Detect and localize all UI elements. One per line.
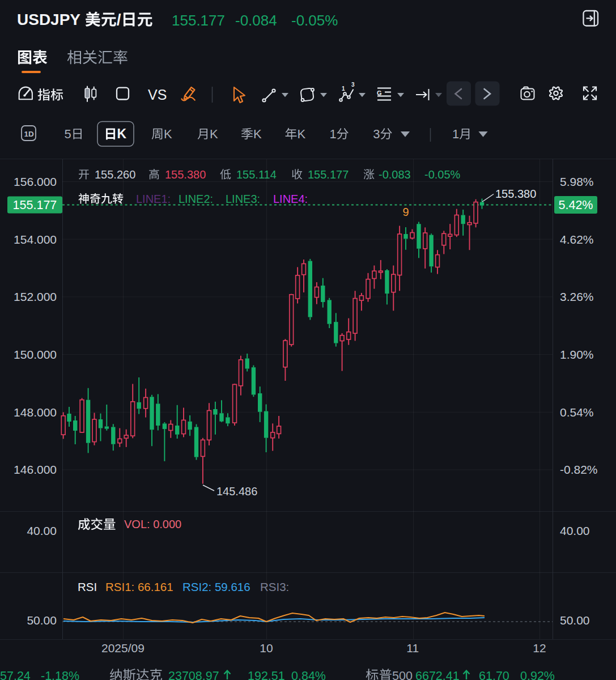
svg-text:154.000: 154.000 [14,233,57,246]
svg-text:155.380: 155.380 [165,168,206,181]
svg-text:RSI3:: RSI3: [260,580,289,593]
svg-text:-0.083: -0.083 [379,168,411,181]
svg-text:10: 10 [260,641,273,654]
svg-text:K: K [117,126,127,141]
svg-text:40.00: 40.00 [560,524,590,537]
svg-text:5: 5 [64,127,71,141]
svg-text:156.000: 156.000 [14,175,57,188]
svg-text:-0.05%: -0.05% [424,168,461,181]
svg-text:5.42%: 5.42% [559,198,593,212]
svg-text:0.84%: 0.84% [291,669,326,680]
svg-text:1: 1 [342,86,345,92]
svg-text:K: K [164,127,172,141]
svg-text:50.00: 50.00 [560,614,590,627]
svg-text:-0.82%: -0.82% [560,463,598,476]
svg-text:155.177: 155.177 [13,198,57,212]
svg-text:VS: VS [148,87,167,103]
svg-text:LINE3:: LINE3: [226,193,260,205]
svg-text:2025/09: 2025/09 [101,641,145,654]
svg-text:K: K [298,127,306,141]
svg-text:155.177: 155.177 [308,168,349,181]
svg-text:61.70: 61.70 [479,669,509,680]
svg-text:RSI2: 59.616: RSI2: 59.616 [182,580,250,593]
svg-text:USDJPY: USDJPY [17,11,80,28]
svg-text:/: / [117,11,121,28]
svg-text:-0.05%: -0.05% [291,12,338,29]
svg-text:12: 12 [533,641,546,654]
svg-text:50.00: 50.00 [27,614,57,627]
svg-text:K: K [253,127,262,141]
svg-text:RSI1: 66.161: RSI1: 66.161 [105,580,173,593]
svg-text:LINE2:: LINE2: [179,193,213,205]
svg-text:3: 3 [351,82,355,88]
svg-text:6672.41: 6672.41 [415,669,460,680]
svg-text:1D: 1D [24,130,35,138]
svg-text:-1.18%: -1.18% [41,669,79,680]
svg-text:40.00: 40.00 [27,524,57,537]
svg-text:1.90%: 1.90% [560,348,594,361]
svg-text:23708.97: 23708.97 [168,669,219,680]
svg-text:500: 500 [392,669,413,680]
svg-text:5.98%: 5.98% [560,175,594,188]
svg-text:152.000: 152.000 [14,290,57,303]
svg-text:0.92%: 0.92% [520,669,555,680]
svg-text:148.000: 148.000 [14,406,57,419]
svg-text:146.000: 146.000 [14,463,57,476]
svg-text:145.486: 145.486 [216,485,257,498]
svg-text:3: 3 [373,127,380,141]
svg-text:1: 1 [329,127,336,141]
svg-text:RSI: RSI [78,580,97,593]
svg-text:3.26%: 3.26% [560,290,594,303]
svg-text:155.177: 155.177 [172,12,225,29]
svg-text:57.24: 57.24 [0,669,31,680]
svg-text:LINE1:: LINE1: [136,193,171,205]
svg-text:K: K [210,127,218,141]
svg-text:4.62%: 4.62% [560,233,594,246]
svg-text:155.114: 155.114 [236,168,277,181]
svg-text:150.000: 150.000 [14,348,57,361]
svg-text:11: 11 [406,641,419,654]
svg-text:G: G [377,90,382,96]
svg-text:LINE4:: LINE4: [273,193,308,205]
svg-text:-0.084: -0.084 [235,12,277,29]
svg-text:192.51: 192.51 [248,669,285,680]
svg-text:155.260: 155.260 [95,168,135,181]
svg-text:1: 1 [452,127,459,141]
svg-text:VOL: 0.000: VOL: 0.000 [124,518,181,530]
svg-text:0.54%: 0.54% [560,406,594,419]
svg-text:9: 9 [402,206,409,218]
svg-text:155.380: 155.380 [495,188,536,200]
